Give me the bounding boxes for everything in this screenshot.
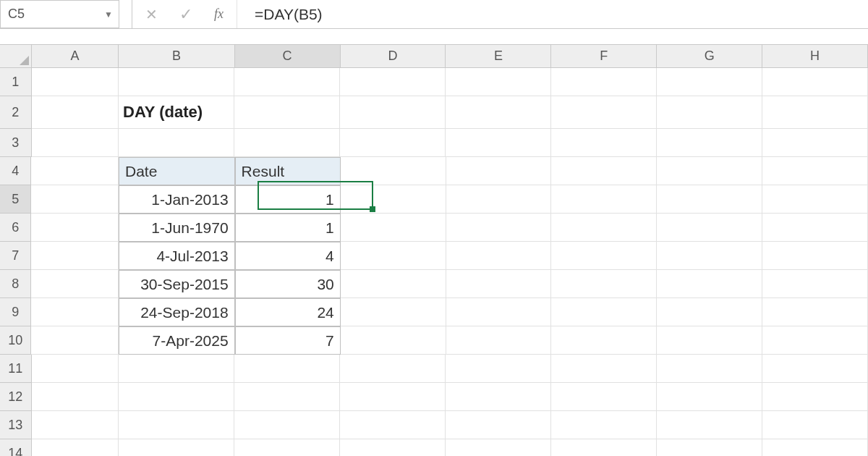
cell-A14[interactable] <box>32 439 119 456</box>
cell-E13[interactable] <box>446 411 551 439</box>
cell-H10[interactable] <box>762 326 868 355</box>
cell-H8[interactable] <box>762 270 868 298</box>
cell-B2[interactable]: DAY (date) <box>119 96 234 129</box>
row-header-6[interactable]: 6 <box>0 214 31 242</box>
cell-F4[interactable] <box>551 157 657 185</box>
cancel-icon[interactable]: ✕ <box>145 6 158 23</box>
cell-B5[interactable]: 1-Jan-2013 <box>119 185 235 214</box>
cell-D12[interactable] <box>340 383 446 411</box>
cell-D5[interactable] <box>341 185 446 214</box>
col-header-G[interactable]: G <box>657 45 762 68</box>
cell-C4[interactable]: Result <box>235 157 341 185</box>
cell-G2[interactable] <box>657 96 762 129</box>
name-box-dropdown-icon[interactable]: ▼ <box>104 9 113 20</box>
cell-E14[interactable] <box>446 439 551 456</box>
cell-A6[interactable] <box>31 214 119 242</box>
row-header-9[interactable]: 9 <box>0 298 31 326</box>
cell-A1[interactable] <box>32 68 119 96</box>
cell-B11[interactable] <box>119 355 234 383</box>
cell-B13[interactable] <box>119 411 234 439</box>
cell-C1[interactable] <box>234 68 340 96</box>
cell-G5[interactable] <box>657 185 762 214</box>
cell-B10[interactable]: 7-Apr-2025 <box>119 326 235 355</box>
cell-D3[interactable] <box>340 129 446 157</box>
cell-F13[interactable] <box>551 411 657 439</box>
cell-E12[interactable] <box>446 383 551 411</box>
cell-C8[interactable]: 30 <box>235 270 341 298</box>
cell-H9[interactable] <box>762 298 868 326</box>
cell-H3[interactable] <box>762 129 868 157</box>
cell-F14[interactable] <box>551 439 657 456</box>
cell-A2[interactable] <box>32 96 119 129</box>
cell-E5[interactable] <box>446 185 552 214</box>
row-header-10[interactable]: 10 <box>0 326 31 355</box>
cell-G9[interactable] <box>657 298 762 326</box>
cell-C3[interactable] <box>234 129 340 157</box>
cell-F8[interactable] <box>551 270 657 298</box>
cell-D1[interactable] <box>340 68 446 96</box>
cell-C7[interactable]: 4 <box>235 242 341 270</box>
row-header-5[interactable]: 5 <box>0 185 31 214</box>
cell-B4[interactable]: Date <box>119 157 235 185</box>
cell-F11[interactable] <box>551 355 657 383</box>
cell-B12[interactable] <box>119 383 234 411</box>
cell-F10[interactable] <box>551 326 657 355</box>
cell-D2[interactable] <box>340 96 446 129</box>
cell-H14[interactable] <box>762 439 868 456</box>
cell-E6[interactable] <box>446 214 552 242</box>
cell-G11[interactable] <box>657 355 762 383</box>
cell-C5[interactable]: 1 <box>235 185 341 214</box>
cell-H7[interactable] <box>762 242 868 270</box>
cell-F9[interactable] <box>551 298 657 326</box>
col-header-C[interactable]: C <box>235 45 341 68</box>
cell-A11[interactable] <box>32 355 119 383</box>
col-header-E[interactable]: E <box>446 45 551 68</box>
cell-H1[interactable] <box>762 68 868 96</box>
row-header-11[interactable]: 11 <box>0 355 32 383</box>
cell-A13[interactable] <box>32 411 119 439</box>
cell-D9[interactable] <box>341 298 446 326</box>
cell-G7[interactable] <box>657 242 762 270</box>
cell-D13[interactable] <box>340 411 446 439</box>
name-box[interactable]: C5 ▼ <box>0 0 119 28</box>
col-header-H[interactable]: H <box>762 45 868 68</box>
cell-A10[interactable] <box>31 326 119 355</box>
fill-handle[interactable] <box>370 206 375 212</box>
cell-F12[interactable] <box>551 383 657 411</box>
cell-G4[interactable] <box>657 157 762 185</box>
cell-E9[interactable] <box>446 298 552 326</box>
cell-C11[interactable] <box>234 355 340 383</box>
cell-C10[interactable]: 7 <box>235 326 341 355</box>
row-header-7[interactable]: 7 <box>0 242 31 270</box>
cell-G8[interactable] <box>657 270 762 298</box>
cell-E3[interactable] <box>446 129 551 157</box>
cell-C6[interactable]: 1 <box>235 214 341 242</box>
cell-E4[interactable] <box>446 157 552 185</box>
row-header-4[interactable]: 4 <box>0 157 31 185</box>
fx-icon[interactable]: fx <box>214 7 224 22</box>
cell-H5[interactable] <box>762 185 868 214</box>
row-header-12[interactable]: 12 <box>0 383 32 411</box>
cell-C9[interactable]: 24 <box>235 298 341 326</box>
row-header-2[interactable]: 2 <box>0 96 32 129</box>
cell-E11[interactable] <box>446 355 551 383</box>
cell-A8[interactable] <box>31 270 119 298</box>
cell-E7[interactable] <box>446 242 552 270</box>
cell-E2[interactable] <box>446 96 551 129</box>
cell-A9[interactable] <box>31 298 119 326</box>
cell-E8[interactable] <box>446 270 552 298</box>
cell-D14[interactable] <box>340 439 446 456</box>
cell-D4[interactable] <box>341 157 446 185</box>
cell-D6[interactable] <box>341 214 446 242</box>
cell-H6[interactable] <box>762 214 868 242</box>
cell-F3[interactable] <box>551 129 657 157</box>
cell-E1[interactable] <box>446 68 551 96</box>
cell-G3[interactable] <box>657 129 762 157</box>
col-header-F[interactable]: F <box>551 45 657 68</box>
col-header-B[interactable]: B <box>119 45 234 68</box>
cell-F2[interactable] <box>551 96 657 129</box>
cell-F5[interactable] <box>551 185 657 214</box>
formula-input[interactable]: =DAY(B5) <box>237 0 868 28</box>
cell-B9[interactable]: 24-Sep-2018 <box>119 298 235 326</box>
cell-D7[interactable] <box>341 242 446 270</box>
